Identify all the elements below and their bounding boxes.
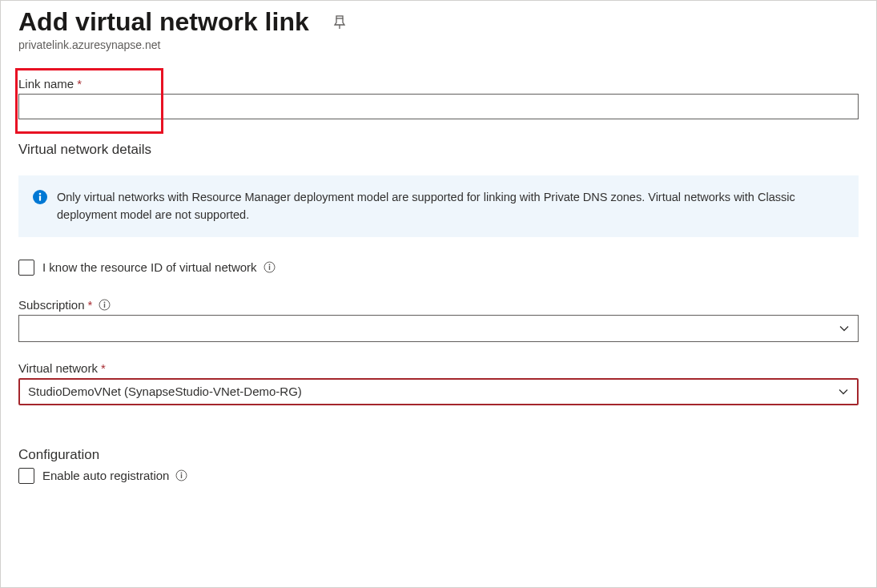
enable-auto-registration-checkbox[interactable] — [18, 468, 34, 484]
subscription-label-row: Subscription * — [18, 298, 859, 312]
virtual-network-label: Virtual network — [18, 361, 98, 375]
enable-auto-registration-label-wrap: Enable auto registration — [42, 469, 187, 482]
svg-rect-7 — [268, 266, 269, 270]
info-outline-icon[interactable] — [175, 469, 187, 481]
info-icon — [33, 190, 47, 204]
know-resource-id-label-wrap: I know the resource ID of virtual networ… — [42, 260, 276, 274]
subscription-select[interactable] — [18, 315, 859, 342]
svg-rect-13 — [181, 474, 182, 478]
subscription-label: Subscription — [18, 298, 85, 312]
svg-rect-4 — [39, 195, 41, 201]
virtual-network-select[interactable]: StudioDemoVNet (SynapseStudio-VNet-Demo-… — [18, 378, 859, 405]
info-box: Only virtual networks with Resource Mana… — [18, 175, 859, 237]
add-virtual-network-link-form: Add virtual network link privatelink.azu… — [0, 0, 877, 588]
configuration-heading: Configuration — [18, 447, 859, 463]
info-box-text: Only virtual networks with Resource Mana… — [57, 188, 844, 224]
svg-rect-0 — [336, 16, 343, 18]
spacer — [18, 420, 859, 447]
enable-auto-registration-row: Enable auto registration — [18, 468, 859, 484]
svg-point-3 — [39, 193, 42, 195]
breadcrumb: privatelink.azuresynapse.net — [18, 38, 859, 51]
link-name-label: Link name — [18, 77, 74, 91]
enable-auto-registration-label: Enable auto registration — [42, 469, 169, 482]
title-row: Add virtual network link — [18, 7, 859, 37]
info-outline-icon[interactable] — [264, 261, 276, 273]
chevron-down-icon — [839, 323, 850, 334]
required-indicator: * — [77, 77, 82, 91]
subscription-group: Subscription * — [18, 298, 859, 342]
info-outline-icon[interactable] — [99, 299, 111, 311]
virtual-network-group: Virtual network * StudioDemoVNet (Synaps… — [18, 361, 859, 405]
know-resource-id-label: I know the resource ID of virtual networ… — [42, 260, 257, 274]
know-resource-id-row: I know the resource ID of virtual networ… — [18, 260, 859, 276]
virtual-network-label-row: Virtual network * — [18, 361, 859, 375]
page-title: Add virtual network link — [18, 7, 309, 37]
svg-rect-10 — [104, 304, 105, 308]
pin-icon[interactable] — [332, 14, 348, 30]
svg-point-6 — [268, 264, 270, 266]
chevron-down-icon — [838, 386, 849, 397]
virtual-network-value: StudioDemoVNet (SynapseStudio-VNet-Demo-… — [28, 385, 302, 398]
link-name-label-row: Link name * — [18, 77, 859, 91]
required-indicator: * — [101, 361, 106, 375]
svg-point-12 — [181, 473, 183, 474]
link-name-input[interactable] — [18, 94, 859, 119]
svg-point-9 — [104, 301, 106, 303]
link-name-group: Link name * — [18, 77, 859, 119]
vnet-details-heading: Virtual network details — [18, 142, 859, 158]
required-indicator: * — [88, 298, 93, 312]
know-resource-id-checkbox[interactable] — [18, 260, 34, 276]
